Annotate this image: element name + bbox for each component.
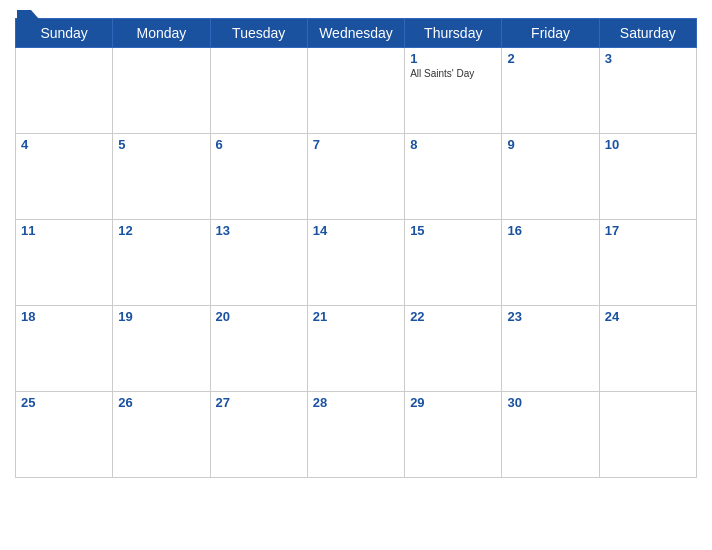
calendar-cell: 6 xyxy=(210,134,307,220)
calendar-cell xyxy=(210,48,307,134)
calendar-cell: 9 xyxy=(502,134,599,220)
day-number: 2 xyxy=(507,51,593,66)
calendar-table: SundayMondayTuesdayWednesdayThursdayFrid… xyxy=(15,18,697,478)
calendar-cell: 22 xyxy=(405,306,502,392)
calendar-cell: 10 xyxy=(599,134,696,220)
day-number: 5 xyxy=(118,137,204,152)
calendar-cell: 24 xyxy=(599,306,696,392)
calendar-cell: 23 xyxy=(502,306,599,392)
calendar-cell: 15 xyxy=(405,220,502,306)
day-number: 22 xyxy=(410,309,496,324)
holiday-label: All Saints' Day xyxy=(410,68,496,79)
calendar-cell: 30 xyxy=(502,392,599,478)
weekday-row: SundayMondayTuesdayWednesdayThursdayFrid… xyxy=(16,19,697,48)
day-number: 29 xyxy=(410,395,496,410)
calendar-cell: 1All Saints' Day xyxy=(405,48,502,134)
calendar-cell: 4 xyxy=(16,134,113,220)
calendar-cell: 13 xyxy=(210,220,307,306)
calendar-cell: 29 xyxy=(405,392,502,478)
day-number: 9 xyxy=(507,137,593,152)
calendar-cell: 25 xyxy=(16,392,113,478)
calendar-header: SundayMondayTuesdayWednesdayThursdayFrid… xyxy=(16,19,697,48)
day-number: 20 xyxy=(216,309,302,324)
calendar-cell xyxy=(599,392,696,478)
logo-icon xyxy=(17,10,39,28)
calendar-cell: 3 xyxy=(599,48,696,134)
svg-marker-0 xyxy=(17,10,39,28)
weekday-header-wednesday: Wednesday xyxy=(307,19,404,48)
calendar-cell: 21 xyxy=(307,306,404,392)
weekday-header-saturday: Saturday xyxy=(599,19,696,48)
calendar-cell xyxy=(16,48,113,134)
logo xyxy=(15,10,39,28)
day-number: 30 xyxy=(507,395,593,410)
week-row-5: 252627282930 xyxy=(16,392,697,478)
weekday-header-tuesday: Tuesday xyxy=(210,19,307,48)
week-row-2: 45678910 xyxy=(16,134,697,220)
calendar-cell: 12 xyxy=(113,220,210,306)
day-number: 18 xyxy=(21,309,107,324)
calendar-cell: 20 xyxy=(210,306,307,392)
calendar-cell xyxy=(113,48,210,134)
day-number: 14 xyxy=(313,223,399,238)
day-number: 4 xyxy=(21,137,107,152)
day-number: 3 xyxy=(605,51,691,66)
day-number: 25 xyxy=(21,395,107,410)
day-number: 28 xyxy=(313,395,399,410)
day-number: 23 xyxy=(507,309,593,324)
day-number: 21 xyxy=(313,309,399,324)
day-number: 12 xyxy=(118,223,204,238)
day-number: 7 xyxy=(313,137,399,152)
day-number: 10 xyxy=(605,137,691,152)
weekday-header-friday: Friday xyxy=(502,19,599,48)
day-number: 16 xyxy=(507,223,593,238)
day-number: 8 xyxy=(410,137,496,152)
calendar-cell: 8 xyxy=(405,134,502,220)
week-row-4: 18192021222324 xyxy=(16,306,697,392)
day-number: 17 xyxy=(605,223,691,238)
calendar-wrapper: SundayMondayTuesdayWednesdayThursdayFrid… xyxy=(0,0,712,550)
weekday-header-thursday: Thursday xyxy=(405,19,502,48)
calendar-cell: 26 xyxy=(113,392,210,478)
day-number: 13 xyxy=(216,223,302,238)
calendar-cell: 27 xyxy=(210,392,307,478)
day-number: 1 xyxy=(410,51,496,66)
calendar-cell: 2 xyxy=(502,48,599,134)
calendar-cell: 28 xyxy=(307,392,404,478)
calendar-cell: 5 xyxy=(113,134,210,220)
calendar-cell: 18 xyxy=(16,306,113,392)
day-number: 26 xyxy=(118,395,204,410)
calendar-cell xyxy=(307,48,404,134)
calendar-cell: 14 xyxy=(307,220,404,306)
week-row-3: 11121314151617 xyxy=(16,220,697,306)
calendar-cell: 7 xyxy=(307,134,404,220)
day-number: 6 xyxy=(216,137,302,152)
day-number: 11 xyxy=(21,223,107,238)
calendar-cell: 19 xyxy=(113,306,210,392)
calendar-cell: 11 xyxy=(16,220,113,306)
weekday-header-monday: Monday xyxy=(113,19,210,48)
day-number: 24 xyxy=(605,309,691,324)
week-row-1: 1All Saints' Day23 xyxy=(16,48,697,134)
calendar-body: 1All Saints' Day234567891011121314151617… xyxy=(16,48,697,478)
day-number: 27 xyxy=(216,395,302,410)
calendar-cell: 16 xyxy=(502,220,599,306)
calendar-cell: 17 xyxy=(599,220,696,306)
day-number: 15 xyxy=(410,223,496,238)
day-number: 19 xyxy=(118,309,204,324)
